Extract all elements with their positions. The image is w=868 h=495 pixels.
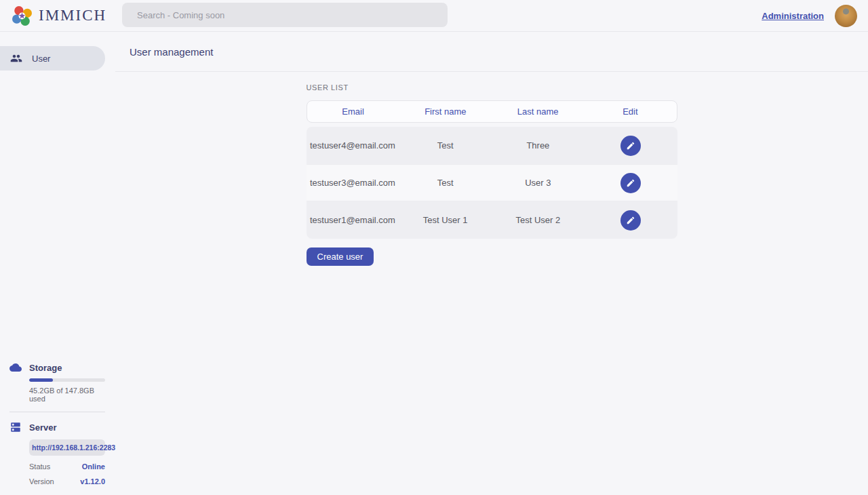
pencil-icon <box>626 216 635 225</box>
sidebar-item-user[interactable]: User <box>0 46 105 71</box>
user-first-name: Test <box>399 140 492 151</box>
column-header-email: Email <box>307 106 399 117</box>
main-header: User management <box>115 32 868 72</box>
column-header-first-name: First name <box>399 106 492 117</box>
storage-block: Storage 45.2GB of 147.8GB used <box>9 361 105 403</box>
user-first-name: Test <box>399 178 492 188</box>
storage-title: Storage <box>29 363 62 373</box>
storage-usage-text: 45.2GB of 147.8GB used <box>29 387 105 403</box>
column-header-last-name: Last name <box>492 106 584 117</box>
table-row: testuser4@email.com Test Three <box>307 127 677 164</box>
server-status-value: Online <box>82 462 105 471</box>
user-last-name: Test User 2 <box>492 215 585 225</box>
pencil-icon <box>626 178 635 188</box>
table-header-row: Email First name Last name Edit <box>307 100 677 123</box>
user-first-name: Test User 1 <box>399 215 492 225</box>
create-user-button[interactable]: Create user <box>307 248 374 266</box>
top-navbar: IMMICH Administration <box>0 0 868 32</box>
search-input[interactable] <box>122 3 448 27</box>
edit-user-button[interactable] <box>620 173 641 193</box>
server-version-label: Version <box>29 477 54 486</box>
server-status-label: Status <box>29 462 50 471</box>
administration-link[interactable]: Administration <box>762 11 824 21</box>
pencil-icon <box>626 141 635 151</box>
user-email: testuser1@email.com <box>307 215 399 225</box>
edit-user-button[interactable] <box>620 136 641 156</box>
immich-flower-icon <box>11 5 33 27</box>
server-version-value: v1.12.0 <box>80 477 105 486</box>
page-title: User management <box>130 46 213 58</box>
server-block: Server http://192.168.1.216:2283 Status … <box>9 421 105 486</box>
user-last-name: Three <box>492 140 585 151</box>
user-email: testuser3@email.com <box>307 178 399 188</box>
app-logo: IMMICH <box>11 5 106 27</box>
table-row: testuser1@email.com Test User 1 Test Use… <box>307 201 677 239</box>
sidebar: User Storage 45.2GB of 147.8GB used <box>0 32 115 495</box>
user-list-label: USER LIST <box>307 83 677 92</box>
table-row: testuser3@email.com Test User 3 <box>307 164 677 201</box>
sidebar-bottom: Storage 45.2GB of 147.8GB used Server <box>0 361 115 486</box>
user-email: testuser4@email.com <box>307 140 399 151</box>
user-avatar[interactable] <box>835 5 857 27</box>
sidebar-divider <box>9 412 105 412</box>
main-panel: User management USER LIST Email First na… <box>115 32 868 495</box>
cloud-icon <box>9 361 22 374</box>
user-table-body: testuser4@email.com Test Three testuser3… <box>307 127 677 239</box>
sidebar-item-label: User <box>32 54 50 64</box>
app-logo-text: IMMICH <box>39 7 106 24</box>
storage-progress-bar <box>29 378 105 382</box>
edit-user-button[interactable] <box>620 210 641 231</box>
user-last-name: User 3 <box>492 178 585 188</box>
user-list-section: USER LIST Email First name Last name Edi… <box>307 83 677 266</box>
server-url: http://192.168.1.216:2283 <box>29 439 105 456</box>
group-icon <box>10 52 22 64</box>
server-icon <box>9 421 22 433</box>
server-title: Server <box>29 422 56 433</box>
storage-progress-fill <box>29 378 53 382</box>
column-header-edit: Edit <box>584 106 676 117</box>
